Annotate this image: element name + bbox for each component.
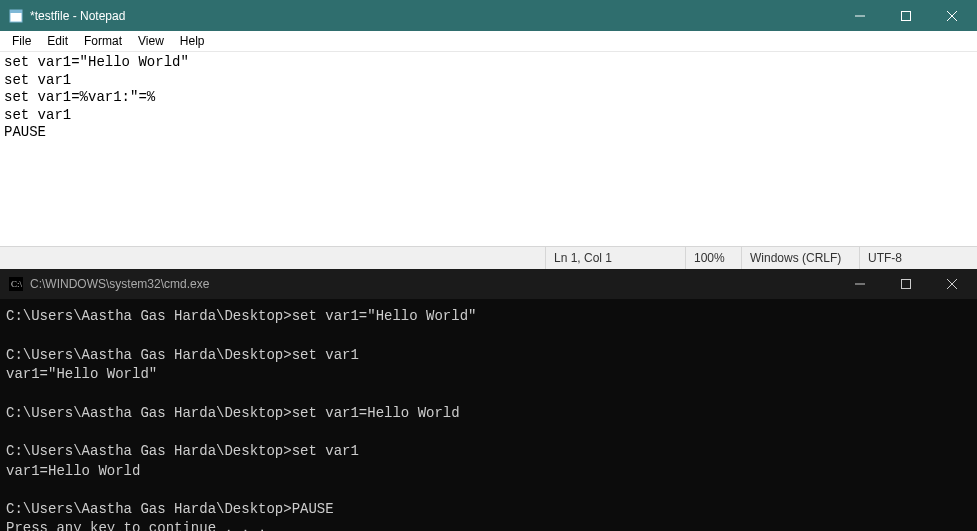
menu-view[interactable]: View xyxy=(130,32,172,50)
notepad-editor[interactable]: set var1="Hello World" set var1 set var1… xyxy=(0,52,977,246)
svg-rect-3 xyxy=(902,11,911,20)
cmd-window-controls xyxy=(837,269,975,299)
notepad-app-icon xyxy=(8,8,24,24)
notepad-title: *testfile - Notepad xyxy=(30,9,837,23)
notepad-window-controls xyxy=(837,0,975,31)
maximize-button[interactable] xyxy=(883,0,929,31)
close-button[interactable] xyxy=(929,0,975,31)
minimize-button[interactable] xyxy=(837,0,883,31)
status-line-ending: Windows (CRLF) xyxy=(741,247,859,269)
menu-edit[interactable]: Edit xyxy=(39,32,76,50)
svg-rect-1 xyxy=(10,10,22,13)
maximize-button[interactable] xyxy=(883,269,929,299)
status-encoding: UTF-8 xyxy=(859,247,977,269)
svg-rect-9 xyxy=(902,280,911,289)
cmd-window: C:\ C:\WINDOWS\system32\cmd.exe C:\Users… xyxy=(0,269,977,531)
menu-help[interactable]: Help xyxy=(172,32,213,50)
minimize-button[interactable] xyxy=(837,269,883,299)
close-button[interactable] xyxy=(929,269,975,299)
menu-file[interactable]: File xyxy=(4,32,39,50)
svg-text:C:\: C:\ xyxy=(11,279,23,289)
status-caret-position: Ln 1, Col 1 xyxy=(545,247,685,269)
cmd-app-icon: C:\ xyxy=(8,276,24,292)
cmd-titlebar[interactable]: C:\ C:\WINDOWS\system32\cmd.exe xyxy=(0,269,977,299)
status-zoom: 100% xyxy=(685,247,741,269)
notepad-statusbar: Ln 1, Col 1 100% Windows (CRLF) UTF-8 xyxy=(0,246,977,269)
menu-format[interactable]: Format xyxy=(76,32,130,50)
cmd-title: C:\WINDOWS\system32\cmd.exe xyxy=(30,277,837,291)
notepad-titlebar[interactable]: *testfile - Notepad xyxy=(0,0,977,31)
notepad-window: *testfile - Notepad File Edit Format Vie… xyxy=(0,0,977,269)
notepad-menubar: File Edit Format View Help xyxy=(0,31,977,52)
cmd-output[interactable]: C:\Users\Aastha Gas Harda\Desktop>set va… xyxy=(0,299,977,531)
